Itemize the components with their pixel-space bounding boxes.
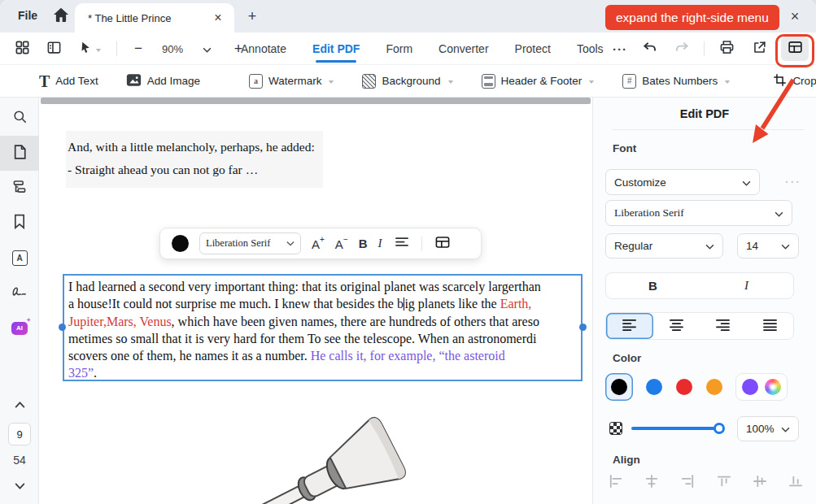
opacity-value: 100% xyxy=(746,423,775,435)
font-section-label: Font xyxy=(613,142,636,154)
align-right-button[interactable] xyxy=(700,313,747,339)
font-preset-select[interactable]: Customize xyxy=(605,169,760,195)
minus-sup: − xyxy=(343,235,348,244)
select-tool-button[interactable] xyxy=(75,38,106,59)
align-objects-bottom-button[interactable] xyxy=(786,473,805,493)
export-button[interactable] xyxy=(748,38,770,59)
bates-numbers-button[interactable]: # Bates Numbers xyxy=(622,74,731,89)
background-icon xyxy=(362,74,376,89)
bates-numbers-label: Bates Numbers xyxy=(642,75,718,87)
text-edit-box[interactable]: I had learned a second very important th… xyxy=(63,274,583,381)
sidebar-annotations-button[interactable]: A xyxy=(0,241,39,276)
bold-button[interactable]: B xyxy=(606,273,700,298)
tab-tools[interactable]: Tools xyxy=(577,33,604,65)
inline-properties-button[interactable] xyxy=(433,233,452,254)
tab-protect[interactable]: Protect xyxy=(515,33,551,65)
align-objects-center-v-button[interactable] xyxy=(750,473,770,493)
add-image-button[interactable]: Add Image xyxy=(126,73,200,89)
sidebar-bookmarks-button[interactable] xyxy=(0,206,39,241)
document-tab[interactable]: * The Little Prince × xyxy=(75,3,234,33)
align-objects-left-button[interactable] xyxy=(606,473,626,493)
tab-edit-pdf[interactable]: Edit PDF xyxy=(312,33,360,65)
textbox-resize-handle-left[interactable] xyxy=(59,324,66,331)
background-button[interactable]: Background xyxy=(362,74,453,89)
previous-page-button[interactable] xyxy=(9,393,30,415)
zoom-out-button[interactable]: − xyxy=(128,38,149,59)
opacity-slider[interactable] xyxy=(631,427,719,430)
print-button[interactable] xyxy=(716,38,737,59)
color-swatch-blue[interactable] xyxy=(646,379,662,395)
decrease-font-button[interactable]: A− xyxy=(335,237,348,251)
color-swatch-orange[interactable] xyxy=(706,379,722,395)
grid-view-button[interactable] xyxy=(11,38,33,59)
add-text-button[interactable]: T Add Text xyxy=(39,74,98,89)
sidebar-outline-button[interactable] xyxy=(0,171,39,206)
home-icon xyxy=(53,7,69,25)
crop-button[interactable]: Crop xyxy=(773,73,816,89)
close-icon[interactable]: × xyxy=(785,7,805,26)
grid-icon xyxy=(15,40,30,59)
italic-button[interactable]: I xyxy=(700,273,793,298)
cursor-icon xyxy=(79,40,93,58)
sidebar-signature-button[interactable] xyxy=(0,276,39,311)
inline-font-select[interactable]: Liberation Serif xyxy=(199,232,301,254)
inline-italic-button[interactable]: I xyxy=(378,237,382,250)
color-picker-swatch[interactable] xyxy=(765,379,781,395)
text-color-swatch[interactable] xyxy=(172,235,189,252)
tab-form[interactable]: Form xyxy=(386,33,412,65)
current-page-input[interactable]: 9 xyxy=(8,423,31,445)
increase-font-button[interactable]: A+ xyxy=(312,237,325,251)
align-objects-center-v-icon xyxy=(753,475,767,491)
tab-annotate[interactable]: Annotate xyxy=(241,33,286,65)
font-family-select[interactable]: Liberation Serif xyxy=(605,200,792,226)
crop-label: Crop xyxy=(792,75,816,87)
align-justify-button[interactable] xyxy=(747,313,794,339)
sidebar-search-button[interactable] xyxy=(0,101,39,136)
align-objects-right-button[interactable] xyxy=(678,473,697,493)
align-objects-center-h-button[interactable] xyxy=(642,473,661,493)
inline-bold-button[interactable]: B xyxy=(359,237,368,250)
side-panel-button[interactable] xyxy=(43,38,64,59)
telescope-illustration xyxy=(234,397,417,504)
textbox-resize-handle-right[interactable] xyxy=(579,324,587,331)
font-size-select[interactable]: 14 xyxy=(737,233,799,259)
color-swatch-black-selected[interactable] xyxy=(605,373,633,401)
font-style-select[interactable]: Regular xyxy=(605,233,723,259)
zoom-dropdown-button[interactable] xyxy=(196,38,217,59)
right-panel-toggle-button[interactable] xyxy=(781,37,809,61)
paragraph-block[interactable]: And, with a little melancholy, perhaps, … xyxy=(66,131,323,188)
file-menu-button[interactable]: File xyxy=(13,7,42,24)
sidebar-ai-button[interactable]: AI xyxy=(0,311,39,345)
watermark-button[interactable]: a Watermark xyxy=(249,74,335,89)
chevron-down-icon xyxy=(203,41,212,56)
align-objects-top-button[interactable] xyxy=(714,473,734,493)
sidebar-pages-button[interactable] xyxy=(0,136,39,171)
home-button[interactable] xyxy=(50,7,72,26)
outline-tree-icon xyxy=(11,180,28,198)
next-page-button[interactable] xyxy=(9,475,30,496)
slider-handle[interactable] xyxy=(713,423,725,434)
new-tab-button[interactable]: + xyxy=(242,7,262,26)
redo-button[interactable] xyxy=(671,38,692,59)
ai-assistant-icon: AI xyxy=(11,322,28,335)
document-canvas[interactable]: And, with a little melancholy, perhaps, … xyxy=(39,98,592,504)
inline-align-button[interactable] xyxy=(393,233,411,254)
chevron-down-icon xyxy=(588,75,595,87)
add-text-label: Add Text xyxy=(55,75,98,87)
opacity-select[interactable]: 100% xyxy=(737,416,799,441)
tab-converter[interactable]: Converter xyxy=(439,33,488,65)
undo-button[interactable] xyxy=(639,38,660,59)
more-options-button[interactable]: ··· xyxy=(613,42,627,56)
add-image-icon xyxy=(126,73,142,89)
color-swatch-purple[interactable] xyxy=(742,379,758,395)
color-swatch-red[interactable] xyxy=(676,379,692,395)
inline-font-value: Liberation Serif xyxy=(206,237,271,250)
horizontal-scrollbar[interactable] xyxy=(41,98,591,104)
tab-close-icon[interactable]: × xyxy=(210,10,226,26)
header-footer-button[interactable]: Header & Footer xyxy=(482,74,596,89)
font-more-button[interactable]: ··· xyxy=(785,176,801,189)
align-left-button[interactable] xyxy=(606,313,653,339)
redo-icon xyxy=(674,41,690,58)
text-line: a house!It could not surprise me much. I… xyxy=(68,295,581,312)
align-center-button[interactable] xyxy=(653,313,700,339)
